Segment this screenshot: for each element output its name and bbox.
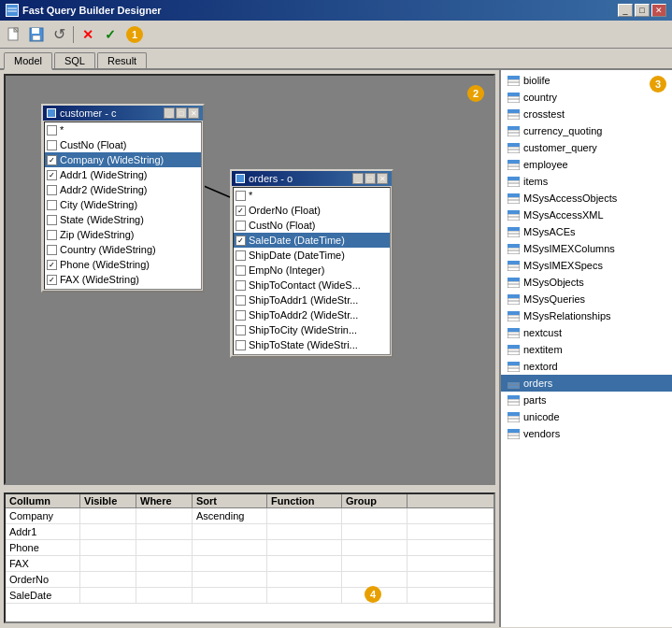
list-item[interactable]: Phone (WideString) bbox=[45, 257, 201, 272]
panel-item-label: MSysIMEXSpecs bbox=[523, 260, 603, 271]
list-item[interactable]: ShipDate (DateTime) bbox=[234, 248, 390, 263]
panel-item-items[interactable]: items bbox=[501, 173, 672, 190]
list-item[interactable]: TaxRate (Float) bbox=[45, 287, 201, 290]
list-item[interactable]: ShipToZip (WideString... bbox=[234, 352, 390, 355]
customer-close[interactable]: ✕ bbox=[188, 107, 199, 119]
list-item[interactable]: Addr1 (WideString) bbox=[45, 167, 201, 182]
list-item[interactable]: Country (WideString) bbox=[45, 242, 201, 257]
panel-item-label: MSysObjects bbox=[523, 277, 584, 288]
list-item[interactable]: ShipToState (WideStri... bbox=[234, 337, 390, 352]
tab-sql[interactable]: SQL bbox=[54, 52, 95, 68]
close-button[interactable]: ✕ bbox=[651, 4, 666, 17]
orders-field-list[interactable]: * OrderNo (Float) CustNo (Float) SaleDat… bbox=[233, 187, 391, 355]
list-item[interactable]: SaleDate (DateTime) bbox=[234, 233, 390, 248]
panel-item-parts[interactable]: parts bbox=[501, 392, 672, 408]
svg-rect-73 bbox=[508, 328, 520, 332]
row-visible bbox=[80, 588, 136, 603]
list-item[interactable]: ShipToCity (WideStrin... bbox=[234, 322, 390, 337]
orders-window-title[interactable]: orders - o _ □ ✕ bbox=[232, 171, 392, 186]
customer-maximize[interactable]: □ bbox=[176, 107, 187, 119]
panel-item-nextitem[interactable]: nextitem bbox=[501, 341, 672, 358]
customer-window-title[interactable]: customer - c _ □ ✕ bbox=[43, 106, 203, 121]
panel-item-MSysIMEXSpecs[interactable]: MSysIMEXSpecs bbox=[501, 257, 672, 274]
customer-table-window: customer - c _ □ ✕ * CustNo (Float) Comp… bbox=[41, 104, 205, 293]
panel-item-employee[interactable]: employee bbox=[501, 156, 672, 173]
panel-item-nextcust[interactable]: nextcust bbox=[501, 324, 672, 341]
table-row[interactable]: FAX bbox=[6, 556, 493, 572]
col-function: Function bbox=[267, 494, 342, 507]
table-icon bbox=[507, 393, 520, 407]
table-row[interactable]: OrderNo bbox=[6, 572, 493, 588]
panel-item-country[interactable]: country bbox=[501, 89, 672, 106]
table-row[interactable]: SaleDate bbox=[6, 588, 493, 604]
list-item[interactable]: City (WideString) bbox=[45, 197, 201, 212]
list-item[interactable]: EmpNo (Integer) bbox=[234, 263, 390, 278]
minimize-button[interactable]: _ bbox=[618, 4, 633, 17]
panel-item-MSysObjects[interactable]: MSysObjects bbox=[501, 274, 672, 291]
row-function bbox=[267, 524, 342, 539]
row-col: OrderNo bbox=[6, 572, 80, 587]
table-row[interactable]: Company Ascending bbox=[6, 508, 493, 524]
table-row[interactable]: Addr1 bbox=[6, 524, 493, 540]
panel-item-MSysAccessObjects[interactable]: MSysAccessObjects bbox=[501, 190, 672, 207]
refresh-button[interactable]: ↺ bbox=[49, 24, 69, 45]
panel-item-crosstest[interactable]: crosstest bbox=[501, 106, 672, 122]
list-item[interactable]: Zip (WideString) bbox=[45, 227, 201, 242]
panel-item-MSysIMEXColumns[interactable]: MSysIMEXColumns bbox=[501, 240, 672, 257]
panel-item-biolife[interactable]: biolife bbox=[501, 72, 672, 89]
delete-button[interactable]: ✕ bbox=[78, 24, 98, 45]
tab-model[interactable]: Model bbox=[4, 52, 52, 70]
list-item[interactable]: Company (WideString) bbox=[45, 152, 201, 167]
tab-result[interactable]: Result bbox=[97, 52, 147, 68]
panel-item-customer_query[interactable]: customer_query bbox=[501, 139, 672, 156]
orders-minimize[interactable]: _ bbox=[352, 173, 364, 184]
panel-item-MSysRelationships[interactable]: MSysRelationships bbox=[501, 307, 672, 324]
panel-item-MSysAccessXML[interactable]: MSysAccessXML bbox=[501, 207, 672, 223]
new-button[interactable] bbox=[4, 24, 24, 45]
badge-2: 2 bbox=[467, 85, 484, 102]
row-where bbox=[136, 588, 193, 603]
orders-maximize[interactable]: □ bbox=[365, 173, 376, 184]
save-button[interactable] bbox=[26, 24, 47, 45]
list-item[interactable]: ShipToAddr2 (WideStr... bbox=[234, 307, 390, 322]
list-item[interactable]: CustNo (Float) bbox=[45, 137, 201, 152]
maximize-button[interactable]: □ bbox=[635, 4, 650, 17]
panel-item-MSysQueries[interactable]: MSysQueries bbox=[501, 291, 672, 307]
list-item[interactable]: CustNo (Float) bbox=[234, 218, 390, 233]
window-controls[interactable]: _ □ ✕ bbox=[618, 4, 666, 17]
list-item[interactable]: OrderNo (Float) bbox=[234, 203, 390, 218]
list-item[interactable]: * bbox=[45, 122, 201, 137]
list-item[interactable]: State (WideString) bbox=[45, 212, 201, 227]
panel-item-nextord[interactable]: nextord bbox=[501, 358, 672, 375]
table-row[interactable]: Phone bbox=[6, 540, 493, 556]
list-item[interactable]: Addr2 (WideString) bbox=[45, 182, 201, 197]
orders-close[interactable]: ✕ bbox=[377, 173, 388, 184]
state-checkbox bbox=[47, 215, 57, 225]
table-icon bbox=[507, 91, 520, 104]
customer-field-list[interactable]: * CustNo (Float) Company (WideString) Ad… bbox=[44, 121, 202, 290]
panel-item-currency_quoting[interactable]: currency_quoting bbox=[501, 122, 672, 139]
badge-1: 1 bbox=[126, 26, 143, 43]
shipdate-checkbox bbox=[236, 250, 246, 261]
panel-item-MSysACEs[interactable]: MSysACEs bbox=[501, 223, 672, 240]
panel-item-vendors[interactable]: vendors bbox=[501, 425, 672, 442]
fax-checkbox bbox=[47, 275, 57, 285]
list-item[interactable]: ShipToContact (WideS... bbox=[234, 278, 390, 293]
customer-minimize[interactable]: _ bbox=[164, 107, 175, 119]
check-button[interactable]: ✓ bbox=[100, 24, 121, 45]
table-icon bbox=[507, 410, 520, 423]
list-item[interactable]: FAX (WideString) bbox=[45, 272, 201, 287]
list-item[interactable]: * bbox=[234, 188, 390, 203]
right-panel: 3 biolife country crosstest currency_quo… bbox=[499, 70, 672, 627]
panel-item-label: nextitem bbox=[523, 344, 563, 355]
addr1-checkbox bbox=[47, 170, 57, 180]
list-item[interactable]: ShipToAddr1 (WideStr... bbox=[234, 293, 390, 307]
canvas: 2 customer - c _ □ ✕ bbox=[4, 74, 495, 485]
empno-checkbox bbox=[236, 265, 246, 276]
panel-item-orders[interactable]: orders bbox=[501, 375, 672, 392]
grid-header: Collumn Visible Where Sort Function Grou… bbox=[6, 494, 493, 508]
table-icon bbox=[507, 74, 520, 87]
col-sort: Sort bbox=[193, 494, 267, 507]
svg-rect-37 bbox=[508, 177, 520, 180]
panel-item-unicode[interactable]: unicode bbox=[501, 408, 672, 425]
